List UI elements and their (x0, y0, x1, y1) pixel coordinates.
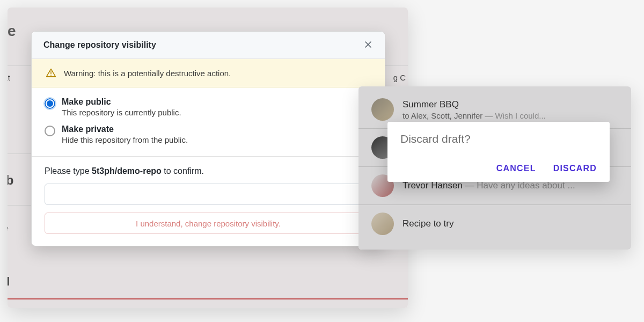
confirm-section: Please type 5t3ph/demo-repo to confirm. … (32, 157, 385, 246)
list-item-line: Trevor Hansen — Have any ideas about ... (402, 180, 618, 191)
dialog-header: Change repository visibility (32, 32, 385, 59)
cancel-button[interactable]: CANCEL (496, 164, 536, 173)
bg-fragment: g C (393, 73, 406, 82)
close-icon (364, 40, 372, 50)
bg-divider (8, 298, 408, 299)
confirm-suffix: to confirm. (162, 166, 204, 175)
list-item-sub-trail: — Wish I could... (482, 111, 546, 120)
option-desc: Hide this repository from the public. (62, 135, 188, 144)
list-item-name: Recipe to try (402, 218, 453, 229)
warning-text: Warning: this is a potentially destructi… (64, 69, 231, 78)
option-desc: This repository is currently public. (62, 108, 181, 117)
list-item-sub-to: to Alex, Scott, Jennifer (402, 111, 482, 120)
list-item-line: Recipe to try (402, 218, 618, 229)
github-visibility-panel: ve eat g C lue LF ub se el Change reposi… (8, 8, 408, 308)
list-item[interactable]: Recipe to try (358, 205, 631, 243)
option-title: Make private (62, 125, 188, 134)
list-item-text: Recipe to try (402, 218, 618, 229)
confirm-repo-name: 5t3ph/demo-repo (92, 166, 162, 175)
discard-button[interactable]: DISCARD (553, 164, 597, 173)
option-text: Make private Hide this repository from t… (62, 125, 188, 144)
list-item-sub: to Alex, Scott, Jennifer — Wish I could.… (402, 111, 618, 120)
list-item-text: Trevor Hansen — Have any ideas about ... (402, 180, 618, 191)
warning-banner: Warning: this is a potentially destructi… (32, 59, 385, 87)
bg-fragment: el (8, 275, 10, 289)
list-item-title: Summer BBQ (402, 99, 618, 110)
option-make-private[interactable]: Make private Hide this repository from t… (45, 125, 372, 144)
svg-point-1 (50, 75, 52, 76)
confirm-submit-button[interactable]: I understand, change repository visibili… (45, 213, 372, 234)
visibility-dialog: Change repository visibility Warning: th… (31, 31, 385, 246)
radio-icon (45, 126, 55, 136)
dialog-title: Change repository visibility (43, 40, 156, 50)
avatar (371, 213, 394, 235)
list-item-text: Summer BBQ to Alex, Scott, Jennifer — Wi… (402, 99, 618, 120)
avatar (371, 98, 394, 121)
confirm-prefix: Please type (45, 166, 92, 175)
warning-triangle-icon (46, 68, 56, 78)
bg-fragment: se (8, 223, 9, 232)
confirm-input[interactable] (45, 184, 372, 205)
dialog-body: Make public This repository is currently… (32, 87, 385, 157)
bg-fragment: ub (8, 173, 13, 188)
material-discard-panel: Summer BBQ to Alex, Scott, Jennifer — Wi… (358, 86, 631, 250)
discard-dialog-title: Discard draft? (400, 133, 597, 145)
close-button[interactable] (363, 40, 373, 50)
option-text: Make public This repository is currently… (62, 97, 181, 117)
discard-dialog: Discard draft? CANCEL DISCARD (387, 122, 610, 182)
bg-fragment: ve (8, 23, 16, 40)
visibility-options: Make public This repository is currently… (45, 97, 372, 154)
option-title: Make public (62, 97, 181, 107)
dialog-actions: CANCEL DISCARD (400, 164, 597, 173)
option-make-public[interactable]: Make public This repository is currently… (45, 97, 372, 117)
confirm-instruction: Please type 5t3ph/demo-repo to confirm. (45, 166, 372, 176)
radio-icon (45, 98, 55, 109)
bg-fragment: eat (8, 73, 10, 82)
